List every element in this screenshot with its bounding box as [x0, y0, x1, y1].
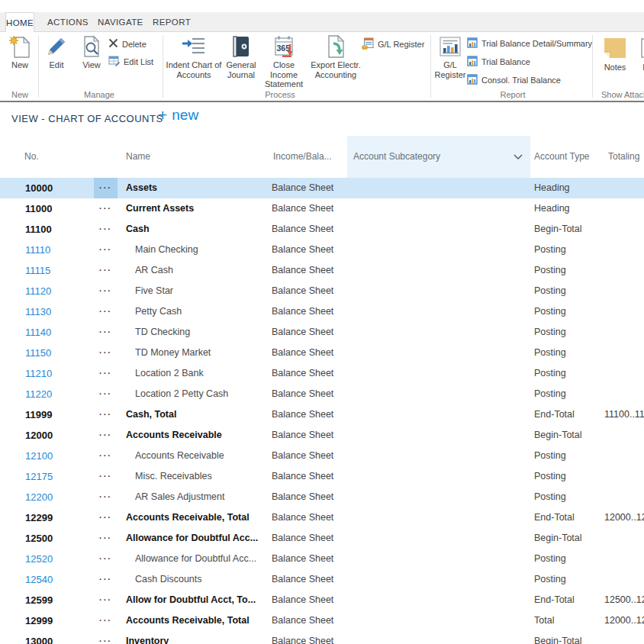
column-header-no[interactable]: No. [24, 136, 39, 178]
cell-no[interactable]: 11150 [25, 343, 90, 363]
column-header-income-balance[interactable]: Income/Bala... [273, 136, 332, 178]
table-row[interactable]: 12599···Allow for Doubtful Acct, To...Ba… [0, 590, 644, 610]
links-button[interactable]: Links [636, 37, 644, 72]
table-row[interactable]: 11210···Location 2 BankBalance SheetPost… [0, 363, 644, 384]
table-row[interactable]: 11115···AR CashBalance SheetPosting [0, 260, 644, 281]
tab-home[interactable]: HOME [5, 12, 34, 33]
row-options-button[interactable]: ··· [94, 446, 118, 466]
cell-no[interactable]: 11120 [25, 281, 90, 301]
cell-no[interactable]: 12175 [25, 466, 90, 487]
table-row[interactable]: 11100···CashBalance SheetBegin-Total [0, 219, 644, 240]
row-options-button[interactable]: ··· [94, 198, 118, 219]
general-journal-button[interactable]: General Journal [223, 34, 259, 79]
table-row[interactable]: 12999···Accounts Receivable, TotalBalanc… [0, 610, 644, 631]
column-header-account-subcategory-label: Account Subcategory [353, 151, 440, 162]
row-options-button[interactable]: ··· [94, 281, 118, 301]
cell-no[interactable]: 12200 [25, 487, 90, 507]
column-header-account-subcategory[interactable]: Account Subcategory [347, 136, 530, 178]
cell-no[interactable]: 11110 [25, 240, 90, 260]
tab-actions[interactable]: ACTIONS [47, 12, 84, 32]
cell-name: Misc. Receivables [135, 466, 269, 487]
row-options-button[interactable]: ··· [94, 322, 118, 343]
tab-navigate[interactable]: NAVIGATE [98, 12, 141, 32]
table-row[interactable]: 12520···Allowance for Doubtful Acc...Bal… [0, 549, 644, 569]
consol-trial-balance-button[interactable]: Consol. Trial Balance [467, 74, 561, 86]
edit-button[interactable]: Edit [43, 34, 70, 70]
cell-name: Petty Cash [135, 301, 269, 322]
table-row[interactable]: 11000···Current AssetsBalance SheetHeadi… [0, 198, 644, 219]
cell-no[interactable]: 11130 [25, 301, 90, 322]
row-options-button[interactable]: ··· [94, 487, 118, 507]
cell-totaling [604, 569, 644, 590]
new-button[interactable]: New [5, 34, 35, 70]
table-row[interactable]: 13000···InventoryBalance SheetBegin-Tota… [0, 631, 644, 644]
table-row[interactable]: 12175···Misc. ReceivablesBalance SheetPo… [0, 466, 644, 487]
close-income-statement-button[interactable]: 365 Close Income Statement [259, 34, 308, 89]
cell-no[interactable]: 11115 [25, 260, 90, 281]
row-options-button[interactable]: ··· [94, 240, 118, 260]
table-row[interactable]: 12200···AR Sales AdjustmentBalance Sheet… [0, 487, 644, 507]
table-row[interactable]: 12500···Allowance for Doubtful Acc...Bal… [0, 528, 644, 549]
row-options-button[interactable]: ··· [94, 301, 118, 322]
indent-chart-of-accounts-button[interactable]: Indent Chart of Accounts [165, 34, 223, 79]
edit-list-button[interactable]: Edit List [108, 56, 153, 68]
cell-no[interactable]: 11220 [25, 384, 90, 404]
row-options-button[interactable]: ··· [94, 549, 118, 569]
cell-no[interactable]: 12520 [25, 549, 90, 569]
cell-no[interactable]: 11140 [25, 322, 90, 343]
cell-no[interactable]: 11210 [25, 363, 90, 384]
table-row[interactable]: 11220···Location 2 Petty CashBalance She… [0, 384, 644, 404]
cell-name: Cash [126, 219, 269, 240]
table-row[interactable]: 11140···TD CheckingBalance SheetPosting [0, 322, 644, 343]
row-options-button[interactable]: ··· [94, 384, 118, 404]
row-options-button[interactable]: ··· [94, 404, 118, 425]
gl-register-small-button[interactable]: G/L Register [362, 37, 424, 51]
delete-button[interactable]: Delete [108, 38, 147, 50]
row-options-button[interactable]: ··· [94, 363, 118, 384]
trial-balance-detail-summary-button[interactable]: Trial Balance Detail/Summary [467, 37, 592, 50]
export-electr-accounting-button[interactable]: Export Electr. Accounting [308, 34, 363, 79]
column-header-account-type[interactable]: Account Type [534, 136, 590, 178]
table-row[interactable]: 12299···Accounts Receivable, TotalBalanc… [0, 507, 644, 528]
row-options-button[interactable]: ··· [94, 528, 118, 549]
gl-register-button[interactable]: G/L Register [433, 34, 468, 79]
cell-income-balance: Balance Sheet [272, 301, 344, 322]
notes-button[interactable]: Notes [598, 37, 632, 72]
row-options-button[interactable]: ··· [94, 219, 118, 240]
new-record-action[interactable]: + new [158, 107, 198, 124]
row-options-button[interactable]: ··· [94, 631, 118, 644]
group-label-process: Process [253, 90, 307, 99]
general-journal-label: General Journal [223, 60, 259, 79]
row-options-button[interactable]: ··· [94, 610, 118, 631]
column-header-name[interactable]: Name [126, 136, 150, 178]
table-row[interactable]: 12100···Accounts ReceivableBalance Sheet… [0, 446, 644, 466]
row-options-button[interactable]: ··· [94, 343, 118, 363]
table-row[interactable]: 12540···Cash DiscountsBalance SheetPosti… [0, 569, 644, 590]
view-button[interactable]: View [78, 34, 105, 70]
row-options-button[interactable]: ··· [94, 466, 118, 487]
row-options-button[interactable]: ··· [94, 178, 118, 198]
cell-income-balance: Balance Sheet [272, 446, 344, 466]
trial-balance-button[interactable]: Trial Balance [467, 56, 530, 68]
row-options-button[interactable]: ··· [94, 260, 118, 281]
chevron-down-icon[interactable] [514, 154, 523, 160]
column-header-totaling[interactable]: Totaling [608, 136, 639, 178]
table-row[interactable]: 11120···Five StarBalance SheetPosting [0, 281, 644, 301]
cell-no[interactable]: 12540 [25, 569, 90, 590]
table-row[interactable]: 11130···Petty CashBalance SheetPosting [0, 301, 644, 322]
row-options-button[interactable]: ··· [94, 569, 118, 590]
table-row[interactable]: 10000···AssetsBalance SheetHeading [0, 178, 644, 198]
cell-no: 11000 [25, 198, 90, 219]
cell-account-type: Begin-Total [534, 528, 601, 549]
row-options-button[interactable]: ··· [94, 590, 118, 610]
row-options-button[interactable]: ··· [94, 425, 118, 446]
cell-income-balance: Balance Sheet [272, 466, 344, 487]
table-row[interactable]: 11999···Cash, TotalBalance SheetEnd-Tota… [0, 404, 644, 425]
table-row[interactable]: 11110···Main CheckingBalance SheetPostin… [0, 240, 644, 260]
cell-no[interactable]: 12100 [25, 446, 90, 466]
cell-account-type: Posting [534, 301, 601, 322]
table-row[interactable]: 11150···TD Money MarketBalance SheetPost… [0, 343, 644, 363]
tab-report[interactable]: REPORT [153, 12, 190, 32]
row-options-button[interactable]: ··· [94, 507, 118, 528]
table-row[interactable]: 12000···Accounts ReceivableBalance Sheet… [0, 425, 644, 446]
